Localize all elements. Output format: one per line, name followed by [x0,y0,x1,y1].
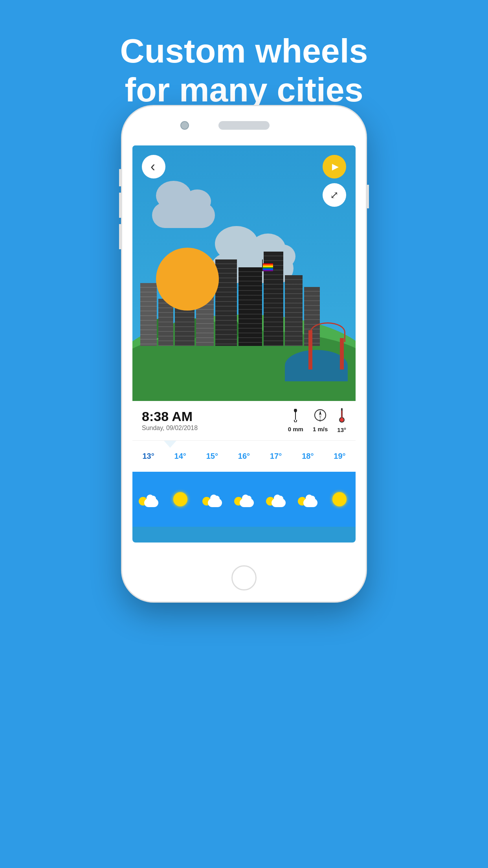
temp-stat: 13° [337,408,346,433]
cloud-sun-icon-4 [266,491,286,507]
cloud-sun-icon-0 [139,491,158,507]
volume-up-button[interactable] [119,193,122,218]
phone-frame: 8:38 AM Sunday, 09/02/2018 [122,106,366,601]
svg-rect-8 [341,410,342,418]
bridge-tower-right [340,338,344,370]
expand-button[interactable] [323,183,346,207]
weather-icon-2 [196,491,228,507]
play-button[interactable] [323,155,346,178]
cloud-sun-icon-2 [202,491,222,507]
bridge-cable [310,322,345,342]
temp-item-3[interactable]: 16° [228,452,260,461]
power-button[interactable] [366,185,369,208]
wind-stat: S 1 m/s [313,409,328,432]
temp-item-1[interactable]: 14° [164,452,196,461]
background: Custom wheels for many cities [0,0,488,868]
sun-icon-1 [173,492,187,506]
phone-screen: 8:38 AM Sunday, 09/02/2018 [132,145,356,542]
building-8 [285,275,303,346]
temp-indicator-arrow [164,441,176,448]
rain-icon [291,409,300,424]
phone-top [122,106,366,145]
headline-line1: Custom wheels [120,32,368,70]
temp-item-5[interactable]: 18° [292,452,324,461]
building-6 [238,267,262,346]
weather-info-bar: 8:38 AM Sunday, 09/02/2018 [132,401,356,440]
weather-stats: 0 mm S 1 m/s [288,408,346,433]
temperature-scroll[interactable]: 13° 14° 15° 16° 17° 18° 19° [132,440,356,472]
weather-icon-3 [228,491,260,507]
weather-icon-5 [292,491,324,507]
headline: Custom wheels for many cities [0,31,488,109]
temperature-value: 13° [337,427,346,433]
svg-point-1 [294,409,297,412]
rain-value: 0 mm [288,426,303,432]
svg-point-9 [340,418,344,422]
headline-line2: for many cities [125,71,363,108]
home-button[interactable] [231,565,257,590]
svg-text:S: S [319,419,321,422]
wind-icon: S [314,409,327,424]
rainbow-flag [262,263,273,271]
volume-down-button[interactable] [119,224,122,249]
phone-side-left-buttons [119,169,122,249]
temp-item-6[interactable]: 19° [324,452,356,461]
cloud-sun-icon-5 [298,491,317,507]
temp-item-2[interactable]: 15° [196,452,228,461]
sun-icon-6 [332,492,347,506]
wind-value: 1 m/s [313,426,328,432]
speaker [218,121,270,130]
cloud-1 [144,189,223,228]
phone-side-right-buttons [366,185,369,208]
weather-icons-row [132,472,356,527]
current-time: 8:38 AM [142,410,198,423]
temp-item-0[interactable]: 13° [132,452,164,461]
thermometer-icon [338,408,345,425]
front-camera [180,121,189,130]
current-date: Sunday, 09/02/2018 [142,425,198,432]
phone-bottom [231,542,257,601]
sun-icon [156,248,219,311]
building-1 [140,283,157,346]
temp-item-4[interactable]: 17° [260,452,292,461]
cloud-sun-icon-3 [234,491,254,507]
rain-stat: 0 mm [288,409,303,432]
weather-icon-1 [164,492,196,506]
mute-button [119,169,122,186]
weather-icon-4 [260,491,292,507]
back-button[interactable] [142,155,165,178]
weather-icon-0 [132,491,164,507]
weather-icon-6 [324,492,356,506]
time-display: 8:38 AM Sunday, 09/02/2018 [142,410,198,432]
building-5 [215,259,237,346]
bridge [301,322,352,370]
weather-animation-area [132,145,356,401]
svg-marker-3 [319,410,321,415]
